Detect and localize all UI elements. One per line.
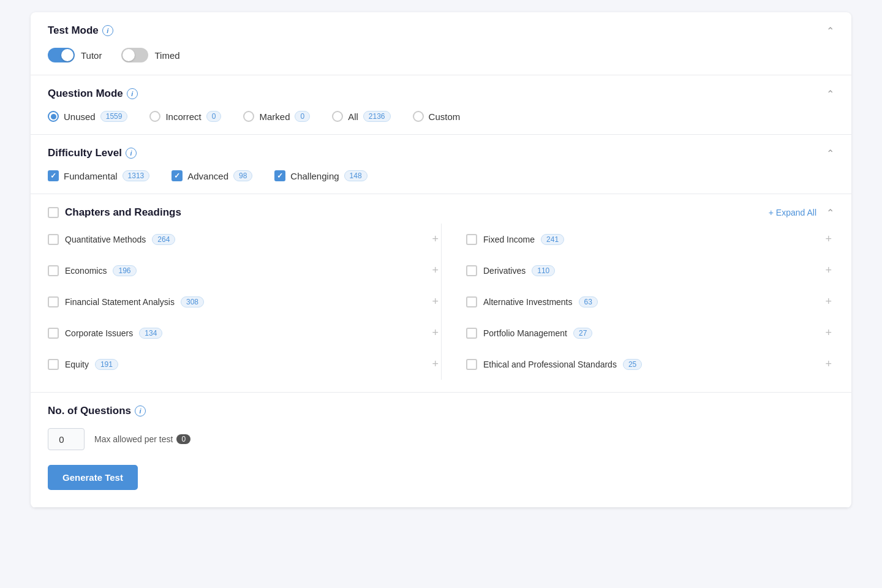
radio-label-custom: Custom	[429, 111, 461, 122]
difficulty-checkbox-group: Fundamental 1313 Advanced 98 Challenging…	[48, 170, 834, 181]
checkbox-fi[interactable]	[466, 234, 477, 245]
chapter-row-econ: Economics 196 +	[48, 255, 441, 286]
tutor-toggle[interactable]	[48, 48, 75, 62]
timed-label: Timed	[154, 50, 179, 61]
radio-circle-unused	[48, 111, 59, 122]
badge-fi: 241	[541, 234, 564, 245]
checkbox-box-advanced	[172, 170, 183, 181]
chapter-row-quant: Quantitative Methods 264 +	[48, 224, 441, 255]
badge-quant: 264	[152, 234, 175, 245]
radio-circle-all	[332, 111, 343, 122]
radio-unused[interactable]: Unused 1559	[48, 111, 127, 122]
question-mode-chevron[interactable]: ⌃	[826, 88, 834, 100]
test-mode-chevron[interactable]: ⌃	[826, 25, 834, 37]
chapter-plus-alt[interactable]: +	[823, 293, 834, 311]
difficulty-level-body: Fundamental 1313 Advanced 98 Challenging…	[48, 170, 834, 181]
radio-all[interactable]: All 2136	[332, 111, 390, 122]
radio-circle-custom	[413, 111, 424, 122]
chapter-name-pm: Portfolio Management	[483, 328, 567, 338]
no-of-questions-title: No. of Questions i	[48, 405, 146, 417]
difficulty-level-section: Difficulty Level i ⌃ Fundamental 1313 Ad…	[31, 135, 851, 194]
chapters-right-col: Fixed Income 241 + Derivatives 110 +	[441, 224, 834, 380]
badge-challenging: 148	[344, 170, 368, 181]
test-mode-info-icon[interactable]: i	[102, 25, 113, 36]
questions-body: Max allowed per test 0	[48, 428, 834, 450]
badge-advanced: 98	[233, 170, 252, 181]
badge-incorrect: 0	[206, 111, 222, 122]
chapter-row-left-eps: Ethical and Professional Standards 25	[466, 359, 642, 370]
badge-all: 2136	[363, 111, 391, 122]
badge-equity: 191	[95, 359, 118, 370]
chapter-plus-corp[interactable]: +	[429, 324, 441, 342]
radio-circle-marked	[243, 111, 254, 122]
checkbox-eps[interactable]	[466, 359, 477, 370]
tutor-label: Tutor	[81, 50, 102, 61]
chapter-plus-fsa[interactable]: +	[429, 293, 441, 311]
chapter-row-left-equity: Equity 191	[48, 359, 118, 370]
chapter-row-equity: Equity 191 +	[48, 349, 441, 380]
badge-fsa: 308	[181, 296, 204, 307]
chapter-row-left-alt: Alternative Investments 63	[466, 296, 598, 307]
chapter-row-alt: Alternative Investments 63 +	[466, 286, 834, 317]
chapter-row-eps: Ethical and Professional Standards 25 +	[466, 349, 834, 380]
radio-custom[interactable]: Custom	[413, 111, 461, 122]
question-mode-title: Question Mode i	[48, 88, 138, 100]
checkbox-alt[interactable]	[466, 296, 477, 307]
badge-deriv: 110	[532, 265, 555, 276]
chapter-plus-pm[interactable]: +	[823, 324, 834, 342]
test-mode-body: Tutor Timed	[48, 48, 834, 62]
checkbox-box-fundamental	[48, 170, 59, 181]
chapter-row-corp: Corporate Issuers 134 +	[48, 317, 441, 349]
badge-marked: 0	[295, 111, 310, 122]
questions-info-icon[interactable]: i	[135, 405, 146, 417]
checkbox-fundamental[interactable]: Fundamental 1313	[48, 170, 149, 181]
chapters-left-col: Quantitative Methods 264 + Economics 196…	[48, 224, 441, 380]
chapter-name-alt: Alternative Investments	[483, 297, 573, 307]
chapter-row-left-fsa: Financial Statement Analysis 308	[48, 296, 204, 307]
badge-alt: 63	[579, 296, 598, 307]
checkbox-equity[interactable]	[48, 359, 59, 370]
timed-toggle[interactable]	[121, 48, 148, 62]
checkbox-label-fundamental: Fundamental	[64, 171, 118, 181]
chapter-row-fsa: Financial Statement Analysis 308 +	[48, 286, 441, 317]
chapter-row-left-quant: Quantitative Methods 264	[48, 234, 175, 245]
difficulty-info-icon[interactable]: i	[126, 148, 137, 159]
question-mode-section: Question Mode i ⌃ Unused 1559 Incorrect …	[31, 75, 851, 135]
chapter-plus-equity[interactable]: +	[429, 355, 441, 373]
badge-unused: 1559	[100, 111, 128, 122]
radio-label-marked: Marked	[259, 111, 290, 122]
checkbox-fsa[interactable]	[48, 296, 59, 307]
num-questions-input[interactable]	[48, 428, 85, 450]
checkbox-deriv[interactable]	[466, 265, 477, 276]
chapter-plus-deriv[interactable]: +	[823, 262, 834, 279]
chapter-plus-quant[interactable]: +	[429, 230, 441, 248]
radio-label-all: All	[348, 111, 358, 122]
checkbox-pm[interactable]	[466, 328, 477, 339]
chapters-header: Chapters and Readings + Expand All ⌃	[48, 206, 834, 219]
radio-marked[interactable]: Marked 0	[243, 111, 310, 122]
checkbox-label-challenging: Challenging	[290, 171, 339, 181]
difficulty-chevron[interactable]: ⌃	[826, 148, 834, 159]
test-mode-title: Test Mode i	[48, 24, 113, 37]
question-mode-info-icon[interactable]: i	[127, 88, 138, 99]
checkbox-advanced[interactable]: Advanced 98	[172, 170, 252, 181]
chapters-title: Chapters and Readings	[65, 206, 181, 219]
chapter-name-corp: Corporate Issuers	[65, 328, 133, 338]
checkbox-quant[interactable]	[48, 234, 59, 245]
chapter-row-left-econ: Economics 196	[48, 265, 137, 276]
checkbox-challenging[interactable]: Challenging 148	[274, 170, 367, 181]
expand-all-button[interactable]: + Expand All	[769, 208, 816, 217]
chapter-name-fsa: Financial Statement Analysis	[65, 297, 175, 307]
chapter-plus-econ[interactable]: +	[429, 262, 441, 279]
chapters-checkbox[interactable]	[48, 207, 59, 218]
radio-incorrect[interactable]: Incorrect 0	[149, 111, 221, 122]
chapter-plus-eps[interactable]: +	[823, 355, 834, 373]
checkbox-econ[interactable]	[48, 265, 59, 276]
generate-test-button[interactable]: Generate Test	[48, 465, 138, 490]
chapter-row-left-pm: Portfolio Management 27	[466, 328, 592, 339]
chapter-plus-fi[interactable]: +	[823, 230, 834, 248]
checkbox-corp[interactable]	[48, 328, 59, 339]
chapters-chevron[interactable]: ⌃	[826, 207, 834, 219]
chapter-row-pm: Portfolio Management 27 +	[466, 317, 834, 349]
timed-knob	[123, 49, 135, 61]
